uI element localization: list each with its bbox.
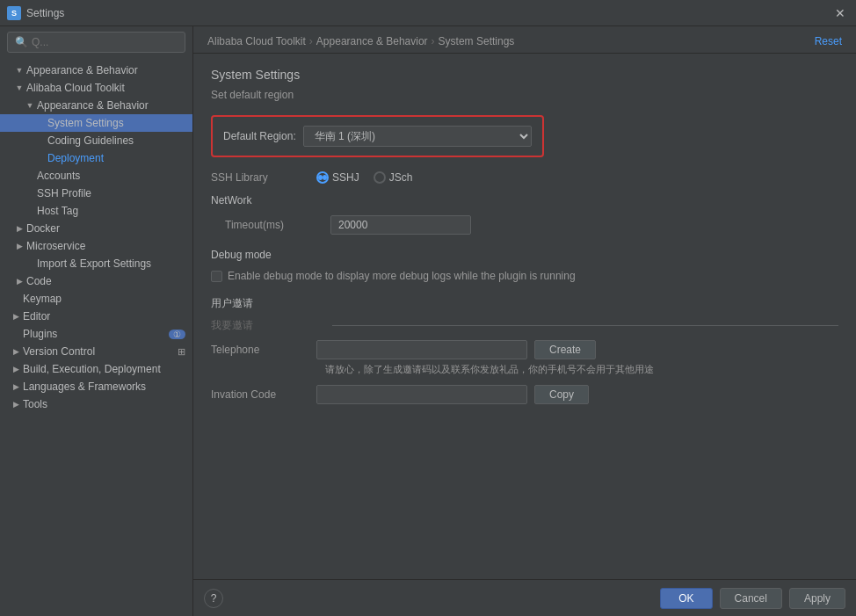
- arrow-icon: ▶: [11, 311, 21, 322]
- search-input[interactable]: [32, 36, 178, 48]
- sidebar-item-appearance-behavior-top[interactable]: ▼ Appearance & Behavior: [0, 62, 192, 79]
- debug-checkbox-label: Enable debug mode to display more debug …: [228, 270, 576, 282]
- content-header: Alibaba Cloud Toolkit › Appearance & Beh…: [193, 26, 856, 54]
- sidebar-item-languages-frameworks[interactable]: ▶ Languages & Frameworks: [0, 378, 192, 395]
- telephone-label: Telephone: [211, 344, 316, 356]
- copy-button[interactable]: Copy: [534, 385, 589, 404]
- sidebar-item-appearance-behavior-sub[interactable]: ▼ Appearance & Behavior: [0, 97, 192, 114]
- sidebar-item-docker[interactable]: ▶ Docker: [0, 220, 192, 237]
- debug-checkbox-row: Enable debug mode to display more debug …: [211, 270, 838, 282]
- sidebar-item-tools[interactable]: ▶ Tools: [0, 395, 192, 413]
- arrow-icon: [11, 329, 21, 339]
- sidebar-label: Editor: [23, 310, 50, 322]
- region-dropdown[interactable]: 华南 1 (深圳) 华东 1 (杭州) 华东 2 (上海) 华北 1 (青岛) …: [303, 126, 532, 147]
- sidebar-label: Coding Guidelines: [47, 134, 134, 147]
- sidebar-label: Appearance & Behavior: [26, 64, 138, 76]
- breadcrumb: Alibaba Cloud Toolkit › Appearance & Beh…: [207, 35, 514, 47]
- sidebar-item-plugins[interactable]: Plugins ①: [0, 325, 192, 343]
- network-section: NetWork Timeout(ms): [211, 194, 838, 235]
- sidebar-label: Languages & Frameworks: [23, 380, 146, 393]
- sidebar-label: Host Tag: [37, 205, 78, 217]
- sidebar-item-version-control[interactable]: ▶ Version Control ⊞: [0, 343, 192, 360]
- arrow-icon: ▼: [14, 65, 25, 76]
- sidebar-item-accounts[interactable]: Accounts: [0, 167, 192, 185]
- ok-button[interactable]: OK: [660, 588, 712, 609]
- breadcrumb-part-3: System Settings: [439, 35, 515, 47]
- sidebar-label: Keymap: [23, 293, 62, 305]
- breadcrumb-sep-1: ›: [309, 35, 313, 47]
- content-body: System Settings Set default region Defau…: [193, 54, 856, 579]
- region-dropdown-wrapper: 华南 1 (深圳) 华东 1 (杭州) 华东 2 (上海) 华北 1 (青岛) …: [303, 126, 532, 147]
- content-area: Alibaba Cloud Toolkit › Appearance & Beh…: [193, 26, 856, 616]
- region-selector-box: Default Region: 华南 1 (深圳) 华东 1 (杭州) 华东 2…: [211, 115, 544, 157]
- radio-jsch[interactable]: JSch: [374, 171, 413, 184]
- create-button[interactable]: Create: [534, 340, 596, 359]
- ssh-radio-group: SSHJ JSch: [316, 171, 412, 184]
- help-button[interactable]: ?: [204, 589, 223, 608]
- invite-divider: [332, 325, 838, 326]
- ssh-library-label: SSH Library: [211, 171, 316, 184]
- debug-label: Debug mode: [211, 249, 838, 261]
- sidebar-item-code[interactable]: ▶ Code: [0, 272, 192, 290]
- invite-hint: 请放心，除了生成邀请码以及联系你发放礼品，你的手机号不会用于其他用途: [325, 363, 838, 376]
- sidebar-item-keymap[interactable]: Keymap: [0, 290, 192, 308]
- telephone-input[interactable]: [316, 340, 527, 359]
- sidebar-item-microservice[interactable]: ▶ Microservice: [0, 237, 192, 255]
- sidebar-item-deployment[interactable]: Deployment: [0, 149, 192, 167]
- sidebar-label: Docker: [26, 222, 60, 235]
- sidebar-item-import-export[interactable]: Import & Export Settings: [0, 255, 192, 272]
- cancel-button[interactable]: Cancel: [720, 588, 782, 609]
- sidebar-item-editor[interactable]: ▶ Editor: [0, 308, 192, 325]
- radio-label-jsch: JSch: [389, 171, 413, 184]
- sidebar-label: Accounts: [37, 170, 80, 182]
- window-title: Settings: [26, 7, 831, 19]
- arrow-icon: ▶: [11, 381, 21, 392]
- sidebar-label: Import & Export Settings: [37, 257, 151, 270]
- apply-button[interactable]: Apply: [789, 588, 845, 609]
- timeout-input[interactable]: [330, 215, 471, 235]
- breadcrumb-part-1: Alibaba Cloud Toolkit: [207, 35, 306, 47]
- reset-link[interactable]: Reset: [815, 35, 842, 47]
- sidebar-label: SSH Profile: [37, 187, 91, 199]
- sidebar-label: Code: [26, 275, 52, 287]
- close-button[interactable]: ✕: [831, 6, 849, 20]
- sidebar-item-host-tag[interactable]: Host Tag: [0, 202, 192, 220]
- invitation-code-input[interactable]: [316, 385, 527, 404]
- debug-checkbox[interactable]: [211, 271, 222, 282]
- invite-sub-label: 我要邀请: [211, 318, 325, 333]
- invitation-code-row: Invation Code Copy: [211, 385, 838, 404]
- bottom-actions: OK Cancel Apply: [660, 588, 845, 609]
- arrow-icon: ▼: [14, 83, 25, 93]
- app-icon: S: [7, 6, 21, 20]
- telephone-row: Telephone Create: [211, 340, 838, 359]
- invite-section: 用户邀请 我要邀请 Telephone Create 请放心，除了生成邀请码以及…: [211, 296, 838, 404]
- sidebar-item-system-settings[interactable]: System Settings: [0, 114, 192, 132]
- sidebar-item-coding-guidelines[interactable]: Coding Guidelines: [0, 132, 192, 149]
- radio-label-sshj: SSHJ: [332, 171, 359, 184]
- sidebar-label: Version Control: [23, 345, 95, 358]
- region-label: Default Region:: [223, 130, 296, 142]
- timeout-row: Timeout(ms): [211, 215, 838, 235]
- radio-circle-jsch: [374, 171, 386, 184]
- version-control-icon: ⊞: [178, 346, 185, 358]
- sidebar-label: Deployment: [47, 152, 104, 164]
- radio-circle-sshj: [316, 171, 329, 184]
- arrow-icon: ▶: [14, 241, 25, 251]
- invite-sub-row: 我要邀请: [211, 318, 838, 333]
- sidebar-item-ssh-profile[interactable]: SSH Profile: [0, 185, 192, 202]
- radio-sshj[interactable]: SSHJ: [316, 171, 359, 184]
- search-icon: 🔍: [15, 36, 28, 48]
- arrow-icon: ▶: [11, 399, 21, 409]
- arrow-icon: [25, 188, 35, 199]
- title-bar: S Settings ✕: [0, 0, 856, 26]
- sidebar-label: Build, Execution, Deployment: [23, 363, 161, 375]
- sidebar-label: Alibaba Cloud Toolkit: [26, 82, 125, 94]
- sidebar-item-build-execution[interactable]: ▶ Build, Execution, Deployment: [0, 360, 192, 378]
- search-box[interactable]: 🔍: [7, 32, 185, 53]
- main-container: 🔍 ▼ Appearance & Behavior ▼ Alibaba Clou…: [0, 26, 856, 616]
- arrow-icon: [11, 294, 21, 304]
- arrow-icon: [25, 258, 35, 269]
- section-subtitle: Set default region: [211, 89, 838, 101]
- arrow-icon: ▶: [11, 346, 21, 357]
- sidebar-item-alibaba-cloud-toolkit[interactable]: ▼ Alibaba Cloud Toolkit: [0, 79, 192, 97]
